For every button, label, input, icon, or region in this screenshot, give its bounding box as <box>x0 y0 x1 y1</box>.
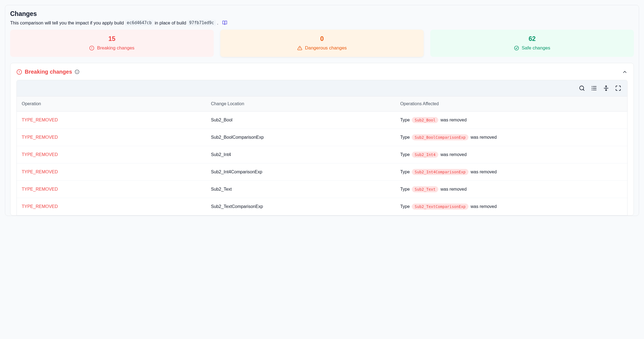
alert-octagon-icon <box>89 46 94 51</box>
fullscreen-icon[interactable] <box>615 85 621 91</box>
operation-cell: TYPE_REMOVED <box>17 181 206 198</box>
affected-suffix: was removed <box>440 187 467 192</box>
affected-suffix: was removed <box>471 135 497 140</box>
table-row[interactable]: TYPE_REMOVEDSub2_TextComparisonExpTypeSu… <box>17 198 627 215</box>
type-chip: Sub2_Text <box>412 186 438 192</box>
svg-line-13 <box>583 89 584 90</box>
affected-cell: TypeSub2_Int4ComparisonExpwas removed <box>395 163 627 181</box>
type-chip: Sub2_Int4 <box>412 152 438 158</box>
chevron-up-icon[interactable] <box>622 69 628 75</box>
affected-suffix: was removed <box>471 170 497 174</box>
table-toolbar <box>17 80 627 96</box>
alert-octagon-icon <box>16 69 22 75</box>
type-chip: Sub2_BoolComparisonExp <box>412 134 468 140</box>
svg-point-5 <box>514 46 518 50</box>
summary-card-safe[interactable]: 62 Safe changes <box>430 30 634 57</box>
location-cell: Sub2_Text <box>206 181 395 198</box>
dangerous-count: 0 <box>223 35 421 43</box>
table-row[interactable]: TYPE_REMOVEDSub2_BoolTypeSub2_Boolwas re… <box>17 112 627 129</box>
table-row[interactable]: TYPE_REMOVEDSub2_Int4TypeSub2_Int4was re… <box>17 146 627 163</box>
type-chip: Sub2_Int4ComparisonExp <box>412 169 468 175</box>
desc-text-mid: in place of build <box>155 20 186 26</box>
operation-cell: TYPE_REMOVED <box>17 112 206 129</box>
affected-prefix: Type <box>400 118 410 123</box>
check-circle-icon <box>514 46 519 51</box>
desc-text-prefix: This comparison will tell you the impact… <box>10 20 124 26</box>
location-cell: Sub2_BoolComparisonExp <box>206 129 395 146</box>
type-chip: Sub2_TextComparisonExp <box>412 204 468 210</box>
col-operations-affected[interactable]: Operations Affected <box>395 96 627 112</box>
section-header[interactable]: Breaking changes <box>10 63 634 80</box>
dangerous-label: Dangerous changes <box>305 45 347 51</box>
page-title: Changes <box>10 10 634 18</box>
summary-card-breaking[interactable]: 15 Breaking changes <box>10 30 214 57</box>
operation-cell: TYPE_REMOVED <box>17 146 206 163</box>
summary-row: 15 Breaking changes 0 Dangerous changes … <box>10 30 634 57</box>
safe-label-row: Safe changes <box>433 45 631 51</box>
docs-book-icon[interactable] <box>222 20 227 25</box>
affected-suffix: was removed <box>440 118 467 123</box>
affected-prefix: Type <box>400 170 410 174</box>
header: Changes This comparison will tell you th… <box>10 10 634 26</box>
table-header-row: Operation Change Location Operations Aff… <box>17 96 627 112</box>
location-cell: Sub2_Int4ComparisonExp <box>206 163 395 181</box>
dangerous-label-row: Dangerous changes <box>223 45 421 51</box>
col-change-location[interactable]: Change Location <box>206 96 395 112</box>
list-density-icon[interactable] <box>591 85 597 91</box>
affected-prefix: Type <box>400 187 410 192</box>
changes-table: Operation Change Location Operations Aff… <box>17 96 627 215</box>
location-cell: Sub2_Bool <box>206 112 395 129</box>
col-operation[interactable]: Operation <box>17 96 206 112</box>
build-old-chip: 97fb71ed9c <box>187 20 216 26</box>
operation-cell: TYPE_REMOVED <box>17 163 206 181</box>
operation-cell: TYPE_REMOVED <box>17 129 206 146</box>
desc-text-suffix: . <box>217 20 218 26</box>
safe-count: 62 <box>433 35 631 43</box>
affected-prefix: Type <box>400 204 410 209</box>
affected-cell: TypeSub2_Int4was removed <box>395 146 627 163</box>
affected-prefix: Type <box>400 135 410 140</box>
expand-vertical-icon[interactable] <box>603 85 609 91</box>
affected-cell: TypeSub2_Textwas removed <box>395 181 627 198</box>
section-title: Breaking changes <box>25 69 72 75</box>
search-icon[interactable] <box>579 85 585 91</box>
table-row[interactable]: TYPE_REMOVEDSub2_BoolComparisonExpTypeSu… <box>17 129 627 146</box>
affected-suffix: was removed <box>471 204 497 209</box>
description: This comparison will tell you the impact… <box>10 20 634 26</box>
type-chip: Sub2_Bool <box>412 117 438 123</box>
safe-label: Safe changes <box>522 45 550 51</box>
table-row[interactable]: TYPE_REMOVEDSub2_TextTypeSub2_Textwas re… <box>17 181 627 198</box>
breaking-label: Breaking changes <box>97 45 134 51</box>
breaking-count: 15 <box>13 35 211 43</box>
summary-card-dangerous[interactable]: 0 Dangerous changes <box>220 30 424 57</box>
affected-cell: TypeSub2_BoolComparisonExpwas removed <box>395 129 627 146</box>
breaking-label-row: Breaking changes <box>13 45 211 51</box>
affected-cell: TypeSub2_TextComparisonExpwas removed <box>395 198 627 215</box>
alert-triangle-icon <box>297 46 302 51</box>
affected-suffix: was removed <box>440 152 467 157</box>
breaking-changes-section: Breaking changes <box>10 63 634 216</box>
info-icon[interactable] <box>75 70 79 74</box>
section-header-left: Breaking changes <box>16 69 79 75</box>
table-row[interactable]: TYPE_REMOVEDSub2_Int4ComparisonExpTypeSu… <box>17 163 627 181</box>
location-cell: Sub2_Int4 <box>206 146 395 163</box>
affected-cell: TypeSub2_Boolwas removed <box>395 112 627 129</box>
changes-panel: Changes This comparison will tell you th… <box>5 5 639 216</box>
build-new-chip: ec6d4647cb <box>125 20 154 26</box>
table-wrapper: Operation Change Location Operations Aff… <box>16 80 628 215</box>
affected-prefix: Type <box>400 152 410 157</box>
operation-cell: TYPE_REMOVED <box>17 198 206 215</box>
location-cell: Sub2_TextComparisonExp <box>206 198 395 215</box>
